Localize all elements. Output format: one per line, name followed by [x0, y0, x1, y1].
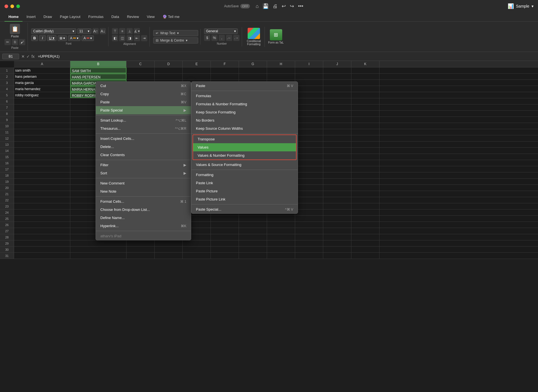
- cell-j1[interactable]: [323, 67, 351, 73]
- cell-j20[interactable]: [323, 185, 351, 191]
- percent-icon[interactable]: %: [211, 35, 218, 41]
- cell-k16[interactable]: [351, 160, 379, 166]
- cell-i5[interactable]: [295, 92, 323, 98]
- col-header-f[interactable]: F: [211, 61, 239, 67]
- cell-g26[interactable]: [239, 222, 267, 228]
- cell-j18[interactable]: [323, 172, 351, 178]
- decrease-font-icon[interactable]: A↓: [100, 28, 106, 34]
- cell-a21[interactable]: [14, 191, 70, 197]
- align-top-icon[interactable]: ⊤: [112, 28, 118, 34]
- cell-i9[interactable]: [295, 117, 323, 123]
- increase-font-icon[interactable]: A↑: [92, 28, 99, 34]
- cell-e1[interactable]: [183, 67, 211, 73]
- cell-a28[interactable]: [14, 234, 70, 240]
- ps-paste-picture-link[interactable]: Paste Picture Link: [191, 195, 298, 203]
- cell-a18[interactable]: [14, 172, 70, 178]
- col-header-a[interactable]: A: [14, 61, 70, 67]
- col-header-g[interactable]: G: [239, 61, 267, 67]
- cell-b29[interactable]: [70, 240, 126, 246]
- cell-i14[interactable]: [295, 148, 323, 154]
- ctx-thesaurus[interactable]: Thesaurus... ^⌥⌘R: [96, 124, 191, 133]
- formula-input[interactable]: =UPPER(A1): [37, 54, 536, 59]
- ps-paste-picture[interactable]: Paste Picture: [191, 187, 298, 195]
- cell-f29[interactable]: [211, 240, 239, 246]
- tab-home[interactable]: Home: [4, 12, 22, 22]
- ctx-hyperlink[interactable]: Hyperlink... ⌘K: [96, 222, 191, 230]
- redo-icon[interactable]: ↪: [290, 3, 294, 9]
- more-icon[interactable]: •••: [298, 3, 303, 9]
- cell-a29[interactable]: [14, 240, 70, 246]
- cell-c29[interactable]: [126, 240, 155, 246]
- ctx-delete[interactable]: Delete...: [96, 143, 191, 151]
- cell-a11[interactable]: [14, 129, 70, 135]
- format-table-button[interactable]: ⊞ Form as TaL: [268, 29, 284, 44]
- cell-g29[interactable]: [239, 240, 267, 246]
- cell-j16[interactable]: [323, 160, 351, 166]
- ctx-new-comment[interactable]: New Comment: [96, 179, 191, 187]
- ctx-filter[interactable]: Filter ▶: [96, 161, 191, 169]
- cell-i3[interactable]: [295, 80, 323, 86]
- cell-j31[interactable]: [323, 253, 351, 259]
- cell-k3[interactable]: [351, 80, 379, 86]
- copy-icon[interactable]: ⎘: [12, 39, 18, 45]
- cell-d29[interactable]: [155, 240, 183, 246]
- cell-c30[interactable]: [126, 247, 155, 252]
- save-icon[interactable]: 💾: [263, 3, 269, 9]
- cell-i30[interactable]: [295, 247, 323, 252]
- cell-g28[interactable]: [239, 234, 267, 240]
- cell-k1[interactable]: [351, 67, 379, 73]
- cell-a15[interactable]: [14, 154, 70, 160]
- align-middle-icon[interactable]: ≡: [119, 28, 125, 34]
- cell-i6[interactable]: [295, 98, 323, 104]
- cell-a14[interactable]: [14, 148, 70, 154]
- cell-h2[interactable]: [267, 74, 295, 79]
- cell-c1[interactable]: [126, 67, 155, 73]
- col-header-d[interactable]: D: [155, 61, 183, 67]
- cell-i19[interactable]: [295, 179, 323, 184]
- cell-reference[interactable]: B1: [2, 54, 19, 59]
- cell-j22[interactable]: [323, 197, 351, 203]
- cell-e31[interactable]: [183, 253, 211, 259]
- cell-j6[interactable]: [323, 98, 351, 104]
- cell-h30[interactable]: [267, 247, 295, 252]
- cell-i15[interactable]: [295, 154, 323, 160]
- italic-button[interactable]: I: [39, 35, 46, 41]
- cell-a13[interactable]: [14, 142, 70, 147]
- ctx-define-name[interactable]: Define Name...: [96, 214, 191, 222]
- ctx-paste-special[interactable]: Paste Special ▶: [96, 106, 191, 114]
- autosave-toggle[interactable]: OFF: [240, 4, 250, 8]
- cell-k12[interactable]: [351, 135, 379, 141]
- cell-g2[interactable]: [239, 74, 267, 79]
- tab-tell-me[interactable]: 🔮 Tell me: [159, 12, 184, 21]
- cell-j17[interactable]: [323, 166, 351, 172]
- cell-k10[interactable]: [351, 123, 379, 129]
- indent-less-icon[interactable]: ⇤: [134, 35, 140, 41]
- ps-formulas[interactable]: Formulas: [191, 92, 298, 100]
- cell-a23[interactable]: [14, 203, 70, 209]
- cell-a16[interactable]: [14, 160, 70, 166]
- cell-h26[interactable]: [267, 222, 295, 228]
- cell-i24[interactable]: [295, 209, 323, 215]
- cell-i17[interactable]: [295, 166, 323, 172]
- cell-j28[interactable]: [323, 234, 351, 240]
- cell-f28[interactable]: [211, 234, 239, 240]
- confirm-formula-icon[interactable]: ✓: [26, 54, 30, 59]
- cell-k28[interactable]: [351, 234, 379, 240]
- cell-i8[interactable]: [295, 111, 323, 117]
- cell-i1[interactable]: [295, 67, 323, 73]
- cell-j5[interactable]: [323, 92, 351, 98]
- cell-k23[interactable]: [351, 203, 379, 209]
- cell-h31[interactable]: [267, 253, 295, 259]
- cell-i22[interactable]: [295, 197, 323, 203]
- cell-k2[interactable]: [351, 74, 379, 79]
- cell-a7[interactable]: [14, 104, 70, 110]
- col-header-h[interactable]: H: [267, 61, 295, 67]
- cell-d2[interactable]: [155, 74, 183, 79]
- cell-i23[interactable]: [295, 203, 323, 209]
- bold-button[interactable]: B: [31, 35, 38, 41]
- cell-a17[interactable]: [14, 166, 70, 172]
- ps-keep-source[interactable]: Keep Source Formatting: [191, 108, 298, 116]
- cell-f2[interactable]: [211, 74, 239, 79]
- cell-j29[interactable]: [323, 240, 351, 246]
- close-button[interactable]: [4, 4, 8, 8]
